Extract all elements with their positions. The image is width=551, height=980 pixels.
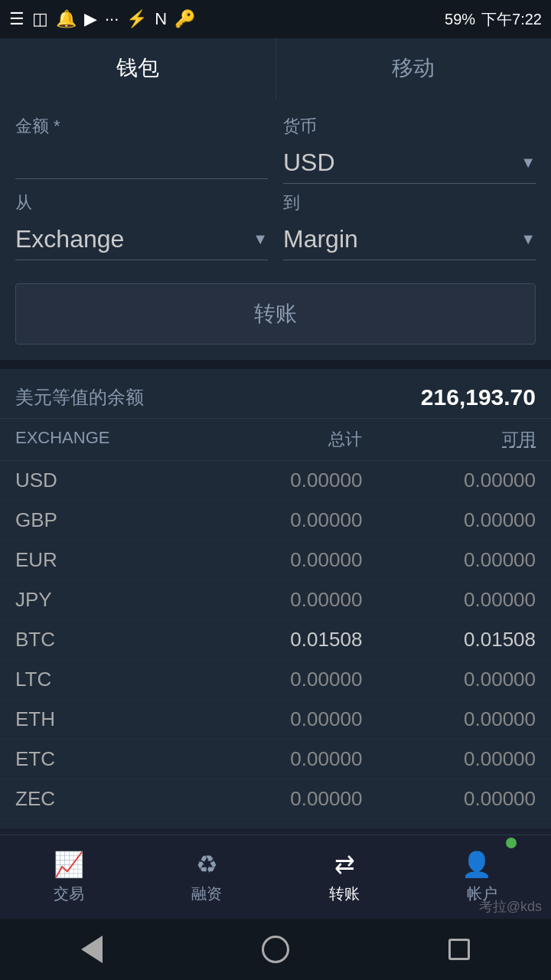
tab-move[interactable]: 移动 [276, 38, 552, 100]
finance-icon: ♻ [196, 850, 218, 879]
currency-select[interactable]: USD ▼ [283, 142, 536, 184]
header-total: 总计 [189, 428, 363, 451]
table-scroll-area: USD 0.00000 0.00000 GBP 0.00000 0.00000 … [0, 461, 551, 828]
table-row: EUR 0.00000 0.00000 [0, 541, 551, 580]
send-icon: ▶ [84, 9, 97, 29]
balance-label: 美元等值的余额 [15, 385, 144, 410]
back-button[interactable] [73, 930, 111, 969]
cell-available: 0.00000 [362, 668, 536, 691]
currency-label: 货币 [283, 115, 536, 138]
table-row: ETH 0.00000 0.00000 [0, 700, 551, 740]
status-bar: ☰ ◫ 🔔 ▶ ··· ⚡ N 🔑 59% 下午7:22 [0, 0, 551, 38]
table-row: ETC 0.00000 0.00000 [0, 740, 551, 779]
to-dropdown-icon: ▼ [520, 230, 536, 248]
from-value: Exchange [15, 219, 253, 260]
currency-group: 货币 USD ▼ [283, 115, 536, 184]
cell-total: 0.00000 [189, 469, 363, 492]
nav-item-trade[interactable]: 📈 交易 [0, 850, 138, 904]
cell-available: 0.00000 [362, 469, 536, 492]
android-nav-bar [0, 919, 551, 980]
battery-text: 59% [445, 11, 475, 28]
from-label: 从 [15, 191, 268, 214]
nav-item-transfer[interactable]: ⇄ 转账 [276, 850, 413, 904]
cell-total: 0.00000 [189, 827, 363, 828]
table-row: LTC 0.00000 0.00000 [0, 660, 551, 700]
bluetooth-icon: ⚡ [126, 9, 147, 29]
nav-label-finance: 融资 [191, 884, 222, 904]
cell-available: 0.00000 [362, 787, 536, 811]
nav-item-account[interactable]: 👤 帐户 [413, 850, 551, 904]
cell-total: 0.00000 [189, 707, 363, 731]
balance-value: 216,193.70 [421, 384, 536, 410]
time-text: 下午7:22 [481, 9, 542, 30]
wallet-status-icon: ◫ [32, 9, 48, 29]
currency-dropdown-icon: ▼ [520, 154, 536, 172]
form-area: 金额 * 货币 USD ▼ 从 Exchange ▼ 到 Margin ▼ [0, 100, 551, 360]
cell-name: ETC [15, 747, 189, 771]
header-available: 可用 [362, 428, 536, 451]
menu-icon: ☰ [9, 9, 24, 29]
account-online-dot [506, 838, 517, 848]
transfer-icon: ⇄ [334, 850, 355, 879]
to-select[interactable]: Margin ▼ [283, 219, 536, 260]
cell-total: 0.00000 [189, 508, 363, 532]
cell-available: 0.00000 [362, 707, 536, 731]
notification-icon: 🔔 [56, 9, 77, 29]
table-row: ZEC 0.00000 0.00000 [0, 779, 551, 819]
table-row: USD 0.00000 0.00000 [0, 461, 551, 501]
trade-icon: 📈 [54, 850, 84, 879]
nav-item-finance[interactable]: ♻ 融资 [138, 850, 276, 904]
from-select[interactable]: Exchange ▼ [15, 219, 268, 260]
cell-name: EUR [15, 548, 189, 572]
cell-name: BTC [15, 628, 189, 652]
table-section: EXCHANGE 总计 可用 USD 0.00000 0.00000 GBP 0… [0, 419, 551, 828]
cell-available: 0.00000 [362, 588, 536, 612]
cell-available: 0.00000 [362, 508, 536, 532]
key-icon: 🔑 [174, 9, 195, 29]
nav-label-trade: 交易 [54, 884, 84, 904]
amount-group: 金额 * [15, 115, 268, 184]
to-value: Margin [283, 219, 520, 260]
amount-input[interactable] [15, 142, 268, 179]
cell-available: 0.01508 [362, 628, 536, 652]
table-header: EXCHANGE 总计 可用 [0, 419, 551, 461]
back-icon [81, 936, 103, 963]
transfer-button[interactable]: 转账 [15, 283, 536, 345]
home-icon [262, 936, 289, 963]
cell-available: 0.00000 [362, 827, 536, 828]
cell-total: 0.00000 [189, 787, 363, 811]
recents-icon [448, 939, 470, 960]
balance-section: 美元等值的余额 216,193.70 [0, 369, 551, 419]
cell-name: USD [15, 469, 189, 492]
cell-name: JPY [15, 588, 189, 612]
cell-total: 0.00000 [189, 548, 363, 572]
table-row: GBP 0.00000 0.00000 [0, 501, 551, 541]
to-label: 到 [283, 191, 536, 214]
table-row: JPY 0.00000 0.00000 [0, 580, 551, 620]
nfc-icon: N [155, 9, 167, 29]
table-row: BTC 0.01508 0.01508 [0, 620, 551, 660]
to-group: 到 Margin ▼ [283, 191, 536, 260]
cell-available: 0.00000 [362, 548, 536, 572]
status-left-icons: ☰ ◫ 🔔 ▶ ··· ⚡ N 🔑 [9, 9, 195, 29]
top-tab-bar: 钱包 移动 [0, 38, 551, 100]
status-right-info: 59% 下午7:22 [445, 9, 542, 30]
tab-wallet[interactable]: 钱包 [0, 38, 276, 100]
amount-label: 金额 * [15, 115, 268, 138]
cell-name: GBP [15, 508, 189, 532]
form-row-amount-currency: 金额 * 货币 USD ▼ [15, 115, 536, 184]
watermark: 考拉@kds [479, 897, 542, 916]
cell-name: LTC [15, 668, 189, 691]
cell-name: ETH [15, 707, 189, 731]
more-icon: ··· [105, 9, 119, 29]
from-dropdown-icon: ▼ [253, 230, 268, 248]
cell-total: 0.00000 [189, 747, 363, 771]
recents-button[interactable] [440, 930, 478, 969]
cell-total: 0.01508 [189, 628, 363, 652]
currency-value: USD [283, 142, 520, 183]
home-button[interactable] [256, 930, 295, 969]
bottom-nav: 📈 交易 ♻ 融资 ⇄ 转账 👤 帐户 [0, 835, 551, 919]
from-group: 从 Exchange ▼ [15, 191, 268, 260]
cell-total: 0.00000 [189, 588, 363, 612]
transfer-btn-wrap: 转账 [15, 268, 536, 360]
